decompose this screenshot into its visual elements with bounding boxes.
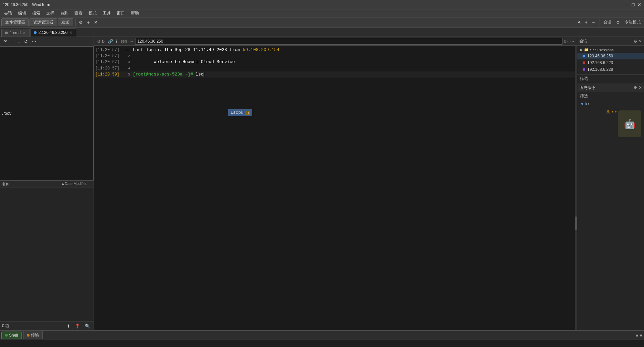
addr-menu-icon[interactable]: ⋯ xyxy=(570,39,575,44)
menu-tools[interactable]: 工具 xyxy=(100,10,113,17)
refresh-icon[interactable]: ↺ xyxy=(23,38,29,45)
menu-window[interactable]: 窗口 xyxy=(114,10,127,17)
autocomplete-key: h xyxy=(246,111,250,115)
tab-label-ssh: 2.120.46.36.250 xyxy=(39,30,68,35)
window-controls: ─ □ ✕ xyxy=(626,2,641,7)
font-decrease-icon[interactable]: ─ xyxy=(590,20,597,25)
go-back-icon[interactable]: 👁 xyxy=(2,38,9,45)
session-item-2[interactable]: 192.168.6.223 xyxy=(577,59,644,66)
term-lineno-5: 5 xyxy=(122,72,130,77)
term-time-3: [11:20:57] xyxy=(95,59,119,65)
full-mode-label[interactable]: 专注模式 xyxy=(623,19,643,25)
terminal-content[interactable]: [11:20:57] 1□ Last login: Thu Sep 28 11:… xyxy=(94,46,577,330)
tab-bar: 1.cmd ✕ 2.120.46.36.250 ✕ xyxy=(0,28,644,37)
session-item-3[interactable]: 192.168.6.228 xyxy=(577,66,644,73)
tab-close-ssh[interactable]: ✕ xyxy=(69,31,72,35)
col-date: Date Modified xyxy=(65,182,92,187)
history-header: 历史命令 ⚙ ✕ xyxy=(577,83,644,92)
menu-goto[interactable]: 转到 xyxy=(58,10,71,17)
addr-left-icon[interactable]: ◁ xyxy=(96,39,100,44)
settings-icon[interactable]: ⚙ xyxy=(77,19,84,26)
menu-mode[interactable]: 模式 xyxy=(86,10,99,17)
scroll-thumb[interactable] xyxy=(575,216,577,230)
menu-sessions[interactable]: 会话 xyxy=(1,10,15,17)
menu-help[interactable]: 帮助 xyxy=(128,10,142,17)
shell-tab-label: Shell xyxy=(9,333,18,338)
sessions-header-icons: ⚙ ✕ xyxy=(634,39,642,44)
more-icon[interactable]: ⋯ xyxy=(31,38,38,45)
app-title: 120.46.36.250 - WindTerm xyxy=(3,2,50,7)
term-ip-text: 59.108.209.154 xyxy=(243,47,279,52)
minimize-button[interactable]: ─ xyxy=(626,2,629,7)
go-down-icon[interactable]: ↓ xyxy=(17,38,22,45)
bottom-tab-bar: Shell 传输 ∧ ∨ xyxy=(0,330,644,340)
scroll-indicator[interactable] xyxy=(575,46,577,330)
menu-search[interactable]: 搜索 xyxy=(30,10,43,17)
bottom-tab-transfer[interactable]: 传输 xyxy=(23,331,43,339)
term-input-text: lsc xyxy=(196,72,203,77)
tab-up-arrow[interactable]: ∧ xyxy=(635,333,639,338)
tab-main-ssh[interactable]: 2.120.46.36.250 ✕ xyxy=(30,29,76,37)
term-time-1: [11:20:57] xyxy=(95,47,119,53)
font-size-label: A xyxy=(576,20,582,25)
term-line-2: [11:20:57] 2 xyxy=(94,53,577,59)
tab-1cmd[interactable]: 1.cmd ✕ xyxy=(1,29,30,37)
file-count: 0 项 xyxy=(2,323,9,329)
bookmark-icon[interactable]: ⚙ xyxy=(614,20,622,25)
mascot-area: 英 ✦ ✦ 🤖 xyxy=(577,107,644,141)
lower-panel: 无 xyxy=(0,340,644,347)
addr-right-icon[interactable]: ▷ xyxy=(102,39,106,44)
address-input[interactable] xyxy=(135,38,562,45)
close-tab-icon[interactable]: ✕ xyxy=(93,19,99,26)
menu-select[interactable]: 选择 xyxy=(44,10,57,17)
term-lineno-2: 2 xyxy=(122,54,130,59)
term-time-2: [11:20:57] xyxy=(95,53,119,59)
sessions-header: 会话 ⚙ ✕ xyxy=(577,37,644,46)
term-line-1: [11:20:57] 1□ Last login: Thu Sep 28 11:… xyxy=(94,47,577,53)
addr-expand-icon[interactable]: ▷ xyxy=(564,39,568,44)
maximize-button[interactable]: □ xyxy=(632,2,635,7)
addr-info-icon[interactable]: ℹ xyxy=(115,39,118,44)
sessions-filter-label: 筛选 xyxy=(577,74,644,83)
history-filter-label: 筛选 xyxy=(577,92,644,100)
tab-close-cmd[interactable]: ✕ xyxy=(23,31,26,35)
resource-manager-button[interactable]: 资源管理器 xyxy=(30,18,57,26)
term-line-5: [11:20:59] 5 [root@hcss-ecs-523a ~]# lsc xyxy=(94,71,577,78)
send-button[interactable]: 发送 xyxy=(58,18,73,26)
menu-view[interactable]: 查看 xyxy=(72,10,85,17)
left-panel: 👁 ↑ ↓ ↺ ⋯ /root/ 名称 ▲ Date Modified 0 项 … xyxy=(0,37,94,330)
term-content-1: Last login: Thu Sep 28 11:11:49 2023 fro… xyxy=(133,47,576,53)
session-label-1: 120.46.36.250 xyxy=(587,54,613,58)
folder-icon: 📁 xyxy=(584,48,589,52)
autocomplete-item-lscpu[interactable]: lscpu h xyxy=(228,109,252,116)
mascot-badge: 英 ✦ ✦ xyxy=(606,110,617,114)
history-settings-icon[interactable]: ⚙ xyxy=(634,85,637,90)
file-manager-button[interactable]: 文件管理器 xyxy=(1,18,29,26)
menu-edit[interactable]: 编辑 xyxy=(15,10,29,17)
history-dot xyxy=(581,103,583,105)
sessions-settings-icon[interactable]: ⚙ xyxy=(634,39,637,44)
bottom-tab-shell[interactable]: Shell xyxy=(1,332,22,339)
chevron-icon: ▶ xyxy=(580,48,583,52)
title-bar: 120.46.36.250 - WindTerm ─ □ ✕ xyxy=(0,0,644,9)
sessions-close-icon[interactable]: ✕ xyxy=(639,39,642,44)
new-tab-icon[interactable]: ＋ xyxy=(85,19,92,26)
shell-tab-dot xyxy=(5,334,8,337)
location-icon[interactable]: 📍 xyxy=(73,323,82,329)
upload-icon[interactable]: ⬆ xyxy=(65,323,71,329)
autocomplete-dropdown[interactable]: lscpu h xyxy=(228,109,252,116)
history-close-icon[interactable]: ✕ xyxy=(639,85,642,90)
session-item-1[interactable]: 120.46.36.250 xyxy=(577,53,644,59)
close-button[interactable]: ✕ xyxy=(637,2,641,7)
term-lineno-1: 1□ xyxy=(122,48,130,53)
font-increase-icon[interactable]: + xyxy=(583,20,589,25)
go-up-icon[interactable]: ↑ xyxy=(10,38,15,45)
tab-down-arrow[interactable]: ∨ xyxy=(639,333,643,338)
history-label: lsc xyxy=(585,101,590,106)
term-cursor xyxy=(204,72,204,77)
history-item-lsc[interactable]: lsc xyxy=(577,100,644,107)
terminal-area[interactable]: ◁ ▷ 🔗 ℹ ssh → ▷ ⋯ [11:20:57] 1□ Last log… xyxy=(94,37,577,330)
file-manager-toolbar: 👁 ↑ ↓ ↺ ⋯ xyxy=(0,37,94,46)
search-icon[interactable]: 🔍 xyxy=(84,323,92,329)
addr-link-icon[interactable]: 🔗 xyxy=(107,39,114,44)
